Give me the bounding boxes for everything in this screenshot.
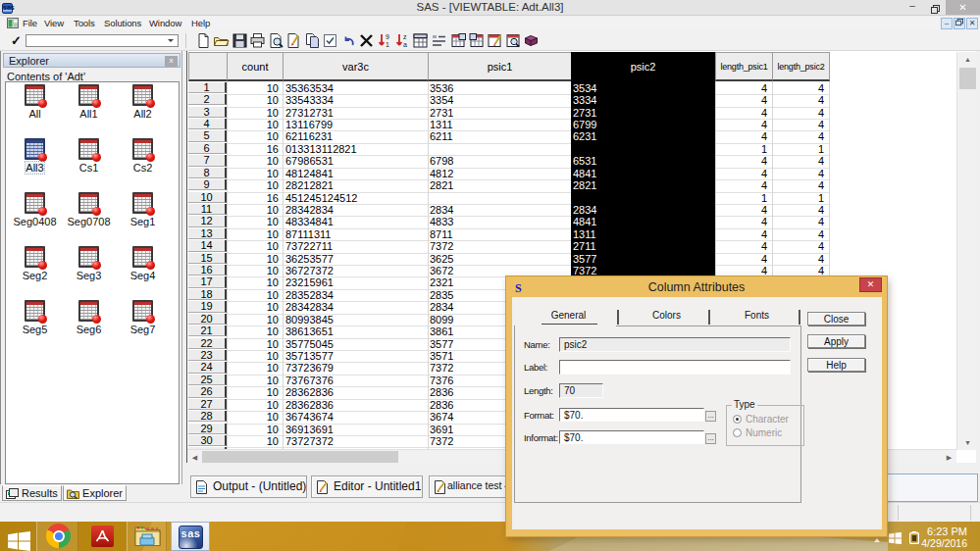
svg-text:9: 9 [386,33,389,40]
svg-text:z: z [403,33,407,40]
svg-text:a: a [403,41,407,48]
svg-text:1: 1 [386,41,389,48]
